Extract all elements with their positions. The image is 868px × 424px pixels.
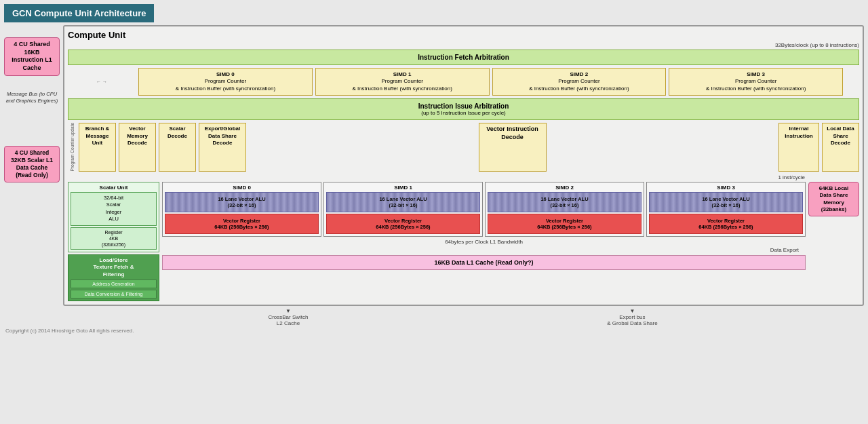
inst-cache-label: 4 CU Shared 16KB Instruction L1 Cache — [4, 37, 60, 76]
simd2-block: SIMD 2 16 Lane Vector ALU(32-bit × 16) V… — [485, 182, 644, 237]
fetch-arb: Instruction Fetch Arbitration — [68, 50, 859, 65]
msg-bus-label: Message Bus (to CPU and Graphics Engines… — [4, 90, 60, 106]
ls-label: Load/StoreTexture Fetch &Filtering — [71, 257, 157, 278]
scalar-unit-label: Scalar Unit — [71, 185, 157, 191]
simd0-pc: SIMD 0 Program Counter & Instruction Buf… — [138, 68, 313, 96]
scalar-alu: 32/64-bit Scalar Integer ALU — [71, 192, 157, 226]
simd1-block-label: SIMD 1 — [326, 185, 480, 191]
data-export-label: Data Export — [162, 247, 806, 253]
simd2-block-label: SIMD 2 — [488, 185, 642, 191]
vec-inst-decode: Vector Instruction Decode — [479, 123, 547, 172]
crossbar-label: ▼ CrossBar Switch L2 Cache — [268, 308, 308, 326]
simd3-vreg: Vector Register64KB (256Bytes × 256) — [649, 214, 803, 234]
data-conv: Data Conversion & Filtering — [71, 290, 157, 298]
simd1-block: SIMD 1 16 Lane Vector ALU(32-bit × 16) V… — [323, 182, 483, 237]
internal-inst-decode: Internal Instruction — [778, 123, 819, 172]
page-title: GCN Compute Unit Architecture — [4, 4, 154, 22]
simd3-pc: SIMD 3 Program Counter & Instruction Buf… — [669, 68, 843, 96]
simd3-block: SIMD 3 16 Lane Vector ALU(32-bit × 16) V… — [646, 182, 806, 237]
simd2-alu: 16 Lane Vector ALU(32-bit × 16) — [488, 192, 642, 212]
l1-cache: 16KB Data L1 Cache (Read Only?) — [162, 255, 806, 270]
bottom-labels: ▼ CrossBar Switch L2 Cache ▼ Export bus … — [0, 306, 868, 326]
scalar-cache-label: 4 CU Shared 32KB Scalar L1 Data Cache (R… — [4, 146, 60, 182]
l1-bandwidth-label: 64bytes per Clock L1 Bandwidth — [162, 239, 806, 245]
simd0-block: SIMD 0 16 Lane Vector ALU(32-bit × 16) V… — [162, 182, 321, 237]
simd1-alu: 16 Lane Vector ALU(32-bit × 16) — [326, 192, 480, 212]
simd-pc-row: ← → SIMD 0 Program Counter & Instruction… — [68, 68, 859, 96]
branch-msg-unit: Branch & Message Unit — [79, 123, 116, 172]
local-data-share-decode: Local Data Share Decode — [822, 123, 859, 172]
simd2-pc: SIMD 2 Program Counter & Instruction Buf… — [492, 68, 667, 96]
pc-update-label: Program Counter update — [70, 123, 75, 172]
vec-mem-decode: Vector Memory Decode — [119, 123, 156, 172]
compute-unit-title: Compute Unit — [68, 30, 859, 40]
local-share-mem: 64KB Local Data Share Memory (32banks) — [808, 182, 859, 217]
copyright: Copyright (c) 2014 Hiroshige Goto All ri… — [0, 326, 868, 335]
issue-arb: Instruction Issue Arbitration (up to 5 I… — [68, 98, 859, 120]
simd0-block-label: SIMD 0 — [165, 185, 319, 191]
scalar-decode: Scalar Decode — [159, 123, 196, 172]
inst-per-cycle: 1 inst/cycle — [68, 174, 859, 180]
simd3-alu: 16 Lane Vector ALU(32-bit × 16) — [649, 192, 803, 212]
simd1-pc: SIMD 1 Program Counter & Instruction Buf… — [315, 68, 490, 96]
export-bus-label: ▼ Export bus & Grobal Data Share — [607, 308, 657, 326]
ls-box: Load/StoreTexture Fetch &Filtering Addre… — [68, 254, 159, 301]
simd0-alu: 16 Lane Vector ALU(32-bit × 16) — [165, 192, 319, 212]
simd3-block-label: SIMD 3 — [649, 185, 803, 191]
addr-gen: Address Generation — [71, 280, 157, 288]
simd-alu-row: SIMD 0 16 Lane Vector ALU(32-bit × 16) V… — [162, 182, 806, 237]
scalar-unit-container: Scalar Unit 32/64-bit Scalar Integer ALU… — [68, 182, 159, 252]
exp-global-decode: Export/Global Data Share Decode — [199, 123, 246, 172]
top-annotation: 32Bytes/clock (up to 8 instructions) — [68, 42, 859, 48]
simd2-vreg: Vector Register64KB (256Bytes × 256) — [488, 214, 642, 234]
simd0-vreg: Vector Register64KB (256Bytes × 256) — [165, 214, 319, 234]
simd1-vreg: Vector Register64KB (256Bytes × 256) — [326, 214, 480, 234]
page-wrapper: GCN Compute Unit Architecture 4 CU Share… — [0, 0, 868, 335]
scalar-register: Register 4KB (32bitx256) — [71, 227, 157, 250]
